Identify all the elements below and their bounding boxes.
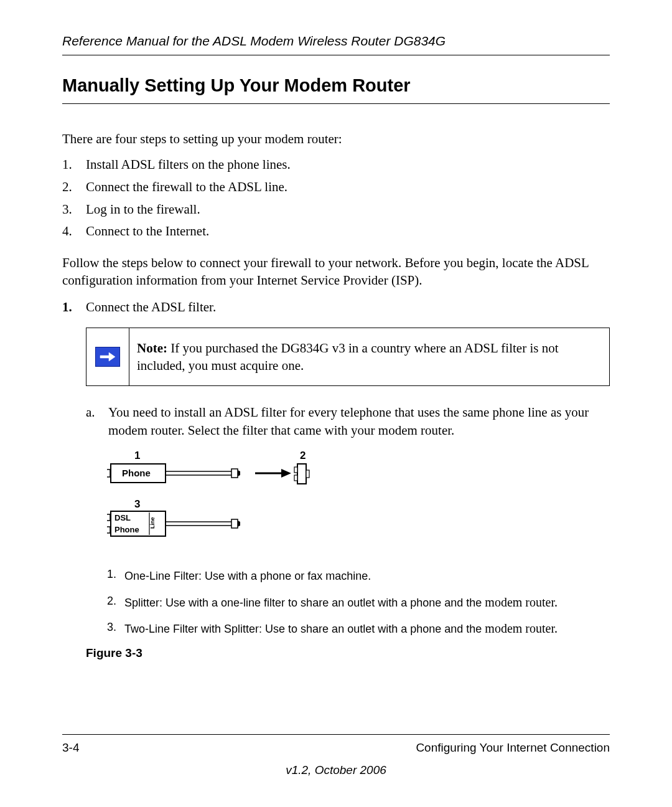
list-item: 1.Install ADSL filters on the phone line… <box>62 154 610 176</box>
svg-rect-9 <box>294 475 297 481</box>
step-text: Connect the ADSL filter. <box>86 300 216 314</box>
page-number: 3-4 <box>62 741 79 755</box>
figure-item: 2.Splitter: Use with a one-line filter t… <box>107 594 610 610</box>
step-text: Install ADSL filters on the phone lines. <box>86 157 291 172</box>
step-text: Connect to the Internet. <box>86 224 209 238</box>
sub-step-letter: a. <box>86 404 95 421</box>
svg-rect-12 <box>107 514 110 521</box>
section-heading: Manually Setting Up Your Modem Router <box>62 75 610 104</box>
running-header: Reference Manual for the ADSL Modem Wire… <box>62 34 610 55</box>
diagram-dsl-label: DSL <box>114 513 131 522</box>
svg-rect-17 <box>231 519 238 528</box>
diagram-phone-label-1: Phone <box>122 468 151 478</box>
figure-caption: Figure 3-3 <box>62 646 610 660</box>
followup-paragraph: Follow the steps below to connect your f… <box>62 254 610 290</box>
svg-rect-10 <box>306 470 309 478</box>
svg-rect-8 <box>294 467 297 473</box>
sub-step-item: a. You need to install an ADSL filter fo… <box>86 404 610 439</box>
diagram-phone-label-3: Phone <box>114 525 139 534</box>
note-label: Note: <box>137 341 167 356</box>
note-body: If you purchased the DG834G v3 in a coun… <box>137 341 558 373</box>
note-callout: Note: If you purchased the DG834G v3 in … <box>86 328 610 387</box>
list-item: 3.Log in to the firewall. <box>62 199 610 221</box>
chapter-title: Configuring Your Internet Connection <box>416 741 610 755</box>
figure-item: 3.Two-Line Filter with Splitter: Use to … <box>107 620 610 636</box>
page-footer: 3-4 Configuring Your Internet Connection… <box>62 734 610 777</box>
note-text: Note: If you purchased the DG834G v3 in … <box>129 328 609 386</box>
list-item: 4.Connect to the Internet. <box>62 220 610 243</box>
svg-rect-1 <box>107 470 110 477</box>
diagram-num-2: 2 <box>300 450 306 461</box>
overview-steps-list: 1.Install ADSL filters on the phone line… <box>62 154 610 243</box>
diagram-num-3: 3 <box>134 498 140 510</box>
note-icon-cell <box>86 328 129 386</box>
intro-paragraph: There are four steps to setting up your … <box>62 130 610 148</box>
diagram-line-label: Line <box>149 517 156 529</box>
step-number: 1. <box>62 300 72 315</box>
svg-rect-13 <box>107 527 110 533</box>
figure-item-list: 1.One-Line Filter: Use with a phone or f… <box>62 567 610 636</box>
svg-rect-4 <box>231 469 238 478</box>
sub-step-list: a. You need to install an ADSL filter fo… <box>62 404 610 439</box>
svg-rect-7 <box>297 464 306 484</box>
adsl-filter-diagram: 1 Phone 2 3 DSL Phon <box>107 450 610 552</box>
arrow-right-icon <box>95 347 120 367</box>
list-item: 2.Connect the firewall to the ADSL line. <box>62 176 610 199</box>
doc-version: v1.2, October 2006 <box>62 763 610 777</box>
step-text: Log in to the firewall. <box>86 202 200 217</box>
step-text: Connect the firewall to the ADSL line. <box>86 179 287 194</box>
figure-item: 1.One-Line Filter: Use with a phone or f… <box>107 567 610 583</box>
sub-step-text: You need to install an ADSL filter for e… <box>108 405 589 437</box>
procedure-step-1: 1. Connect the ADSL filter. <box>62 300 610 315</box>
page-content: Reference Manual for the ADSL Modem Wire… <box>0 0 672 807</box>
diagram-num-1: 1 <box>134 450 140 461</box>
svg-marker-6 <box>281 469 291 478</box>
